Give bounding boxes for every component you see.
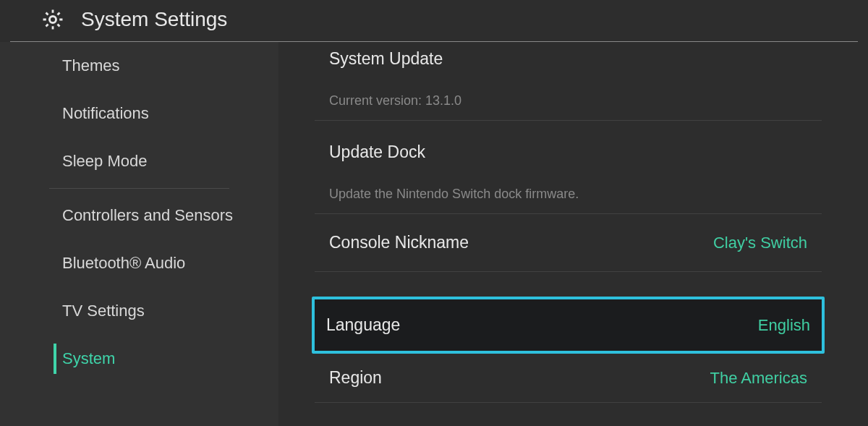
spacer (315, 272, 822, 297)
row-update-dock-sub: Update the Nintendo Switch dock firmware… (315, 176, 822, 214)
row-value: English (758, 316, 810, 335)
sidebar-item-label: Sleep Mode (62, 152, 147, 170)
sidebar-item-label: TV Settings (62, 302, 145, 320)
row-value: Clay's Switch (713, 234, 807, 252)
main-panel: System Update Current version: 13.1.0 Up… (278, 42, 868, 426)
row-label: Region (329, 368, 382, 388)
row-update-dock[interactable]: Update Dock (315, 121, 822, 176)
row-label: Language (326, 315, 400, 335)
row-label: Update Dock (329, 142, 425, 162)
svg-point-0 (49, 16, 56, 22)
sidebar-item-label: Controllers and Sensors (62, 206, 233, 224)
gear-icon (41, 7, 65, 32)
row-value: The Americas (710, 369, 808, 388)
sidebar-item-sleep-mode[interactable]: Sleep Mode (0, 137, 278, 185)
sidebar-item-label: Themes (62, 56, 119, 74)
sidebar: Themes Notifications Sleep Mode Controll… (0, 42, 278, 426)
sidebar-item-notifications[interactable]: Notifications (0, 90, 278, 137)
header: System Settings (0, 0, 868, 42)
row-region[interactable]: Region The Americas (315, 354, 822, 403)
sidebar-divider (49, 188, 229, 189)
row-language[interactable]: Language English (312, 297, 825, 354)
sidebar-item-controllers-and-sensors[interactable]: Controllers and Sensors (0, 192, 278, 239)
row-label: System Update (329, 49, 443, 69)
sidebar-item-label: Bluetooth® Audio (62, 254, 185, 272)
sidebar-item-tv-settings[interactable]: TV Settings (0, 287, 278, 335)
sidebar-item-system[interactable]: System (0, 335, 278, 383)
row-label: Console Nickname (329, 233, 469, 252)
sidebar-item-bluetooth-audio[interactable]: Bluetooth® Audio (0, 239, 278, 287)
row-system-update-sub: Current version: 13.1.0 (315, 83, 822, 121)
row-system-update[interactable]: System Update (315, 42, 822, 83)
sidebar-item-label: Notifications (62, 104, 149, 122)
row-console-nickname[interactable]: Console Nickname Clay's Switch (315, 214, 822, 272)
sidebar-item-themes[interactable]: Themes (0, 42, 278, 90)
sidebar-item-label: System (62, 349, 115, 367)
page-title: System Settings (81, 8, 227, 31)
